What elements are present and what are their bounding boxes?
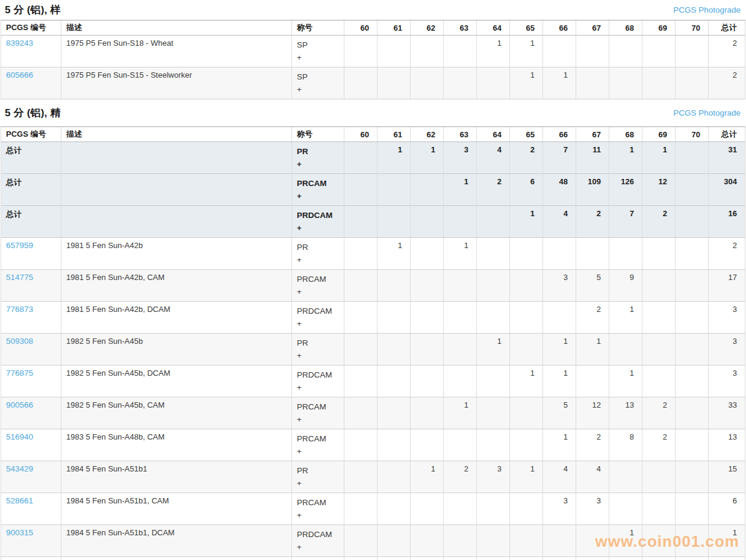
grade-count-cell-68: 9: [609, 270, 642, 302]
designation-plus: +: [297, 541, 339, 553]
row-total-cell: 2: [709, 36, 745, 67]
grade-count-cell-62: [411, 525, 444, 557]
grade-count-cell-65: [510, 334, 543, 366]
pcgs-cell: 776873: [1, 302, 61, 334]
grade-count-cell-65: [510, 302, 543, 334]
grade-count-cell-66: 3: [543, 270, 576, 302]
pcgs-number-link[interactable]: 605666: [6, 70, 33, 79]
pcgs-number-link[interactable]: 900315: [6, 528, 33, 537]
grade-count-cell-64: [477, 397, 510, 429]
grade-count-cell-63: [444, 270, 477, 302]
table-row: 7768751982 5 Fen Sun-A45b, DCAMPRDCAM+11…: [1, 366, 745, 397]
grade-count-cell-67: 12: [576, 397, 609, 429]
grade-count-cell-68: 7: [609, 206, 642, 238]
designation-plus: +: [297, 254, 339, 266]
col-header-grade-63: 63: [444, 20, 477, 36]
designation-plus: +: [297, 445, 339, 458]
table-row: 总计PRDCAM+1427216: [1, 206, 745, 238]
col-header-grade-60: 60: [344, 20, 378, 36]
grade-count-cell-60: [344, 461, 378, 493]
grade-count-cell-70: [676, 142, 709, 174]
grade-count-cell-68: 1: [609, 302, 642, 334]
grade-count-cell-65: 6: [510, 174, 543, 206]
description-cell: [61, 206, 292, 238]
pcgs-number-link[interactable]: 839243: [6, 39, 33, 48]
total-row-label: 总计: [6, 146, 22, 155]
col-header-pcgs: PCGS 编号: [1, 20, 61, 36]
pop-table-section: 5 分 (铝), 样 PCGS Photograde PCGS 编号描述称号60…: [0, 0, 746, 99]
col-header-grade-68: 68: [609, 20, 642, 36]
pcgs-number-link[interactable]: 543429: [6, 464, 33, 473]
row-total-cell: 2: [709, 67, 745, 99]
description-cell: 1975 P5 Fen Sun-S18 - Wheat: [61, 36, 292, 67]
grade-count-cell-60: [344, 334, 378, 366]
photograde-link[interactable]: PCGS Photograde: [673, 5, 741, 14]
grade-count-cell-63: [444, 525, 477, 557]
pcgs-number-link[interactable]: 528661: [6, 496, 33, 505]
pcgs-number-link[interactable]: 657959: [6, 241, 33, 250]
grade-count-cell-69: [642, 334, 676, 366]
pcgs-cell: 509308: [1, 334, 61, 366]
designation-text: PRCAM: [297, 496, 339, 509]
pcgs-number-link[interactable]: 776873: [6, 305, 33, 314]
pcgs-number-link[interactable]: 516940: [6, 432, 33, 441]
pcgs-number-link[interactable]: 776875: [6, 369, 33, 378]
population-report: 5 分 (铝), 样 PCGS Photograde PCGS 编号描述称号60…: [0, 0, 746, 560]
col-header-grade-70: 70: [676, 127, 709, 142]
description-cell: [61, 174, 292, 206]
grade-count-cell-66: 3: [543, 493, 576, 525]
designation-cell: PR+: [292, 238, 344, 270]
grade-count-cell-69: 2: [642, 429, 676, 461]
grade-count-cell-66: [543, 557, 576, 560]
grade-count-cell-70: [676, 493, 709, 525]
grade-count-cell-62: [411, 206, 444, 238]
description-cell: 1981 5 Fen Sun-A42b, DCAM: [61, 302, 292, 334]
grade-count-cell-64: [477, 557, 510, 560]
col-header-grade-69: 69: [642, 127, 676, 142]
designation-text: SP: [297, 70, 339, 83]
row-total-cell: 1: [709, 525, 745, 557]
grade-count-cell-61: [378, 525, 411, 557]
pcgs-number-link[interactable]: 509308: [6, 337, 33, 346]
description-cell: 1975 P5 Fen Sun-S15 - Steelworker: [61, 67, 292, 99]
col-header-grade-64: 64: [477, 127, 510, 142]
grade-count-cell-63: 2: [444, 461, 477, 493]
col-header-grade-66: 66: [543, 127, 576, 142]
grade-count-cell-62: [411, 36, 444, 67]
grade-count-cell-60: [344, 238, 378, 270]
grade-count-cell-70: [676, 461, 709, 493]
description-cell: 1984 5 Fen Sun-A51b1: [61, 461, 292, 493]
grade-count-cell-63: 1: [444, 238, 477, 270]
grade-count-cell-63: 1: [444, 174, 477, 206]
designation-plus: +: [297, 477, 339, 490]
pcgs-cell: 514775: [1, 270, 61, 302]
row-total-cell: 31: [709, 142, 745, 174]
photograde-link[interactable]: PCGS Photograde: [673, 108, 741, 117]
pcgs-cell: 776875: [1, 366, 61, 397]
col-header-grade-69: 69: [642, 20, 676, 36]
pcgs-number-link[interactable]: 514775: [6, 273, 33, 282]
pcgs-number-link[interactable]: 900566: [6, 400, 33, 409]
grade-count-cell-62: [411, 334, 444, 366]
grade-count-cell-70: [676, 557, 709, 560]
grade-count-cell-69: 2: [642, 206, 676, 238]
grade-count-cell-70: [676, 366, 709, 397]
designation-cell: PRDCAM+: [292, 206, 344, 238]
table-row: 9005661982 5 Fen Sun-A45b, CAMPRCAM+1512…: [1, 397, 745, 429]
grade-count-cell-65: 1: [510, 461, 543, 493]
col-header-grade-65: 65: [510, 20, 543, 36]
col-header-total: 总计: [709, 127, 745, 142]
table-row: 9003151984 5 Fen Sun-A51b1, DCAMPRDCAM+1…: [1, 525, 745, 557]
population-table: PCGS 编号描述称号6061626364656667686970总计 总计PR…: [1, 126, 745, 560]
grade-count-cell-70: [676, 206, 709, 238]
grade-count-cell-70: [676, 174, 709, 206]
grade-count-cell-62: [411, 270, 444, 302]
header-row: PCGS 编号描述称号6061626364656667686970总计: [1, 127, 745, 142]
grade-count-cell-60: [344, 493, 378, 525]
grade-count-cell-64: [477, 67, 510, 99]
grade-count-cell-70: [676, 67, 709, 99]
grade-count-cell-63: [444, 67, 477, 99]
table-row: 5093081982 5 Fen Sun-A45bPR+1113: [1, 334, 745, 366]
grade-count-cell-69: 12: [642, 174, 676, 206]
pcgs-cell: 657959: [1, 238, 61, 270]
